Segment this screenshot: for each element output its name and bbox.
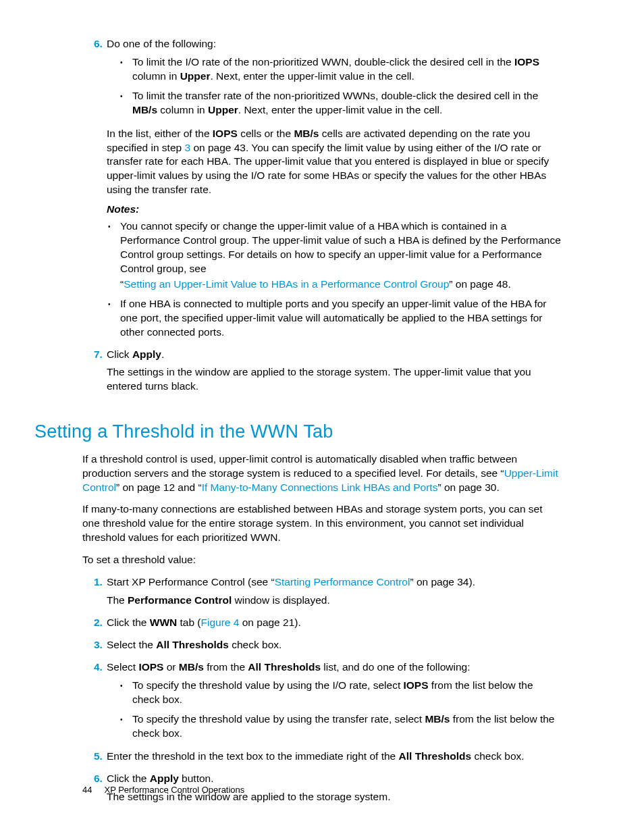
body-paragraph: If a threshold control is used, upper-li…: [82, 452, 562, 495]
step-lead: Do one of the following:: [107, 37, 562, 51]
bullet-text: To specify the threshold value by using …: [132, 712, 562, 741]
bullet-icon: •: [120, 679, 132, 708]
crossref-link[interactable]: Setting an Upper-Limit Value to HBAs in …: [124, 278, 449, 290]
body-paragraph: In the list, either of the IOPS cells or…: [107, 127, 562, 198]
step-text: Enter the threshold in the text box to t…: [107, 750, 562, 764]
step-number: 3.: [82, 638, 107, 656]
step-text: Start XP Performance Control (see “Start…: [107, 575, 562, 590]
section-heading: Setting a Threshold in the WWN Tab: [34, 419, 562, 444]
notes-list: • You cannot specify or change the upper…: [95, 219, 562, 340]
bullet-icon: •: [120, 89, 132, 119]
bullet-item: • To limit the I/O rate of the non-prior…: [120, 55, 562, 85]
body-paragraph: If many-to-many connections are establis…: [82, 502, 562, 545]
page-footer: 44XP Performance Control Operations: [82, 784, 244, 796]
bullet-icon: •: [108, 297, 120, 341]
bullet-text: To limit the I/O rate of the non-priorit…: [132, 55, 562, 84]
step-number: 1.: [82, 575, 107, 612]
note-text: “Setting an Upper-Limit Value to HBAs in…: [120, 278, 562, 292]
notes-heading: Notes:: [107, 203, 562, 217]
step-number: 6.: [82, 37, 107, 123]
bullet-item: • To specify the threshold value by usin…: [120, 679, 562, 708]
bullet-item: • You cannot specify or change the upper…: [108, 219, 562, 293]
bullet-item: • To limit the transfer rate of the non-…: [120, 89, 562, 119]
note-text: You cannot specify or change the upper-l…: [120, 219, 562, 276]
bullet-icon: •: [120, 712, 132, 742]
bullet-text: To limit the transfer rate of the non-pr…: [132, 89, 562, 118]
body-paragraph: To set a threshold value:: [82, 553, 562, 567]
footer-title: XP Performance Control Operations: [104, 785, 244, 795]
step-1: 1. Start XP Performance Control (see “St…: [82, 575, 562, 612]
step-4: 4. Select IOPS or MB/s from the All Thre…: [82, 660, 562, 746]
step-7: 7. Click Apply. The settings in the wind…: [82, 348, 562, 398]
page-number: 44: [82, 785, 92, 795]
page-content: 6. Do one of the following: • To limit t…: [82, 37, 562, 812]
step-text: Click Apply.: [107, 348, 562, 362]
step-text: The Performance Control window is displa…: [107, 594, 562, 608]
step-text: Click the WWN tab (Figure 4 on page 21).: [107, 616, 562, 630]
crossref-link[interactable]: Starting Performance Control: [275, 576, 410, 588]
bullet-item: • If one HBA is connected to multiple po…: [108, 297, 562, 341]
step-5: 5. Enter the threshold in the text box t…: [82, 750, 562, 768]
crossref-link[interactable]: Figure 4: [201, 617, 240, 628]
step-text: The settings in the window are applied t…: [107, 365, 562, 394]
bullet-item: • To specify the threshold value by usin…: [120, 712, 562, 742]
bullet-icon: •: [120, 55, 132, 85]
step-number: 2.: [82, 616, 107, 634]
step-number: 7.: [82, 348, 107, 398]
step-text: Select IOPS or MB/s from the All Thresho…: [107, 660, 562, 675]
crossref-link[interactable]: If Many-to-Many Connections Link HBAs an…: [202, 481, 438, 493]
step-crossref-link[interactable]: 3: [184, 142, 190, 153]
bullet-icon: •: [108, 219, 120, 293]
note-text: If one HBA is connected to multiple port…: [120, 297, 562, 340]
step-number: 4.: [82, 660, 107, 746]
step-2: 2. Click the WWN tab (Figure 4 on page 2…: [82, 616, 562, 634]
bullet-text: To specify the threshold value by using …: [132, 679, 562, 707]
step-6: 6. Do one of the following: • To limit t…: [82, 37, 562, 123]
step-text: Select the All Thresholds check box.: [107, 638, 562, 652]
step-3: 3. Select the All Thresholds check box.: [82, 638, 562, 656]
step-number: 5.: [82, 750, 107, 768]
